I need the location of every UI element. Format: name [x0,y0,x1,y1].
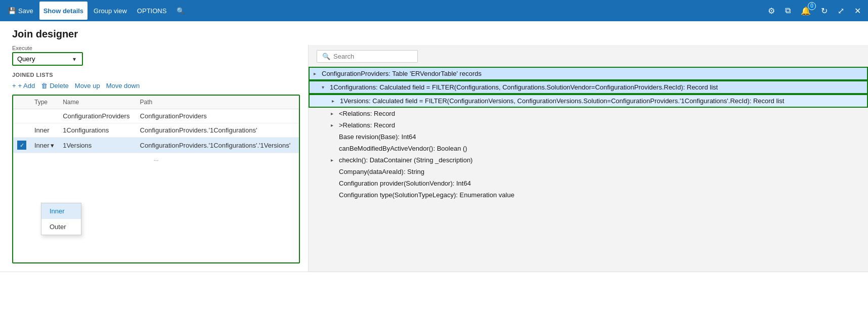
tree-text-5: Base revision(Base): Int64 [339,133,868,141]
left-panel: Execute Query ▾ JOINED LISTS + + Add 🗑 D… [0,45,309,272]
delete-button[interactable]: 🗑 Delete [41,81,69,91]
toolbar-search-button[interactable]: 🔍 [172,2,189,20]
tree-arrow-4: ▸ [331,122,339,128]
tree-item-4[interactable]: ▸ >Relations: Record [309,119,868,131]
col-type: Type [30,96,59,109]
tree-arrow-2: ▸ [332,98,340,104]
row-type-1: Inner [30,123,59,138]
tree-text-3: <Relations: Record [339,110,868,117]
tree-text-8: Company(dataAreaId): String [339,168,868,175]
row-type-2[interactable]: Inner ▾ [30,138,59,153]
tree-item-9[interactable]: Configuration provider(SolutionVendor): … [309,177,868,189]
content-area: Execute Query ▾ JOINED LISTS + + Add 🗑 D… [0,45,868,272]
tree-text-4: >Relations: Record [339,121,868,129]
row-check-2: ✓ [13,138,30,153]
search-input-wrapper[interactable]: 🔍 [317,50,418,63]
right-panel: 🔍 ▸ ConfigurationProviders: Table 'ERVen… [309,45,868,272]
tree-item-3[interactable]: ▸ <Relations: Record [309,108,868,119]
tree-arrow-1: ▾ [322,84,330,90]
table-row[interactable]: Inner 1Configurations ConfigurationProvi… [13,123,299,138]
col-path: Path [136,96,299,109]
check-mark: ✓ [17,141,26,150]
joined-lists-table: Type Name Path ConfigurationProviders Co… [13,96,299,153]
dropdown-option-inner[interactable]: Inner [41,203,81,219]
tree-item-2[interactable]: ▸ 1Versions: Calculated field = FILTER(C… [309,94,868,108]
table-row-selected[interactable]: ✓ Inner ▾ 1Versions ConfigurationProvide… [13,138,299,153]
row-name-2: 1Versions [59,138,136,153]
tree-item-0[interactable]: ▸ ConfigurationProviders: Table 'ERVendo… [309,67,868,80]
settings-icon-btn[interactable]: ⚙ [765,4,778,18]
tree-container: ▸ ConfigurationProviders: Table 'ERVendo… [309,67,868,272]
joined-lists-label: JOINED LISTS [12,72,300,78]
tree-text-1: 1Configurations: Calculated field = FILT… [330,83,867,91]
table-footer: ... [13,153,299,164]
type-dropdown[interactable]: Inner ▾ [34,142,55,149]
tree-item-8[interactable]: Company(dataAreaId): String [309,166,868,177]
notification-badge: 0 [808,2,816,10]
execute-select[interactable]: Query [17,55,73,63]
dropdown-option-outer[interactable]: Outer [41,219,81,235]
page-title: Join designer [0,21,868,45]
extension-icon-btn[interactable]: ⧉ [782,4,794,17]
move-down-label: Move down [106,82,140,90]
tree-arrow-7: ▸ [331,157,339,163]
tree-item-1[interactable]: ▾ 1Configurations: Calculated field = FI… [309,80,868,94]
row-check-1 [13,123,30,138]
tree-text-2: 1Versions: Calculated field = FILTER(Con… [340,97,867,105]
move-down-button[interactable]: Move down [106,81,140,91]
tree-item-7[interactable]: ▸ checkIn(): DataContainer (String _desc… [309,154,868,166]
table-row[interactable]: ConfigurationProviders ConfigurationProv… [13,109,299,123]
options-button[interactable]: OPTIONS [133,2,171,20]
bottom-panel [0,272,868,312]
tree-text-0: ConfigurationProviders: Table 'ERVendorT… [322,70,867,77]
tree-text-7: checkIn(): DataContainer (String _descri… [339,156,868,164]
group-view-button[interactable]: Group view [90,2,131,20]
table-header-row: Type Name Path [13,96,299,109]
save-button[interactable]: 💾 Save [4,2,37,20]
move-up-button[interactable]: Move up [75,81,100,91]
add-button[interactable]: + + Add [12,81,35,91]
search-input[interactable] [333,53,414,60]
table-footer-text: ... [153,155,158,162]
row-type-0 [30,109,59,123]
search-bar: 🔍 [309,45,868,67]
tree-arrow-3: ▸ [331,111,339,116]
options-label: OPTIONS [137,7,167,15]
col-check [13,96,30,109]
delete-label: Delete [50,82,69,90]
toolbar-right: ⚙ ⧉ 🔔 0 ↻ ⤢ ✕ [765,4,864,18]
show-details-button[interactable]: Show details [39,2,88,20]
tree-arrow-0: ▸ [314,71,322,76]
save-icon: 💾 [8,7,16,15]
execute-select-wrapper[interactable]: Query ▾ [12,52,83,66]
group-view-label: Group view [94,7,127,15]
row-check-0 [13,109,30,123]
row-path-1: ConfigurationProviders.'1Configurations' [136,123,299,138]
move-up-label: Move up [75,82,100,90]
save-label: Save [18,7,33,15]
tree-text-6: canBeModifiedByActiveVendor(): Boolean (… [339,145,868,152]
refresh-button[interactable]: ↻ [818,4,831,18]
tree-item-10[interactable]: Configuration type(SolutionTypeLegacy): … [309,189,868,201]
add-label: + Add [18,82,35,90]
main-content: Join designer Execute Query ▾ JOINED LIS… [0,21,868,312]
tree-item-6[interactable]: canBeModifiedByActiveVendor(): Boolean (… [309,143,868,154]
col-name: Name [59,96,136,109]
tree-text-9: Configuration provider(SolutionVendor): … [339,180,868,187]
execute-section: Execute Query ▾ [12,45,300,66]
tree-item-5[interactable]: Base revision(Base): Int64 [309,131,868,143]
add-icon: + [12,82,16,90]
row-path-2: ConfigurationProviders.'1Configurations'… [136,138,299,153]
tree-text-10: Configuration type(SolutionTypeLegacy): … [339,191,868,199]
popout-button[interactable]: ⤢ [835,4,847,18]
execute-chevron-icon: ▾ [73,56,76,63]
show-details-label: Show details [44,7,83,15]
delete-icon: 🗑 [41,82,48,90]
joined-lists-table-container: Type Name Path ConfigurationProviders Co… [12,95,300,263]
row-name-1: 1Configurations [59,123,136,138]
type-value: Inner [34,142,50,149]
type-chevron-icon: ▾ [51,142,54,149]
close-button[interactable]: ✕ [851,4,864,18]
list-toolbar: + + Add 🗑 Delete Move up Move down [12,81,300,91]
search-icon: 🔍 [322,53,330,60]
